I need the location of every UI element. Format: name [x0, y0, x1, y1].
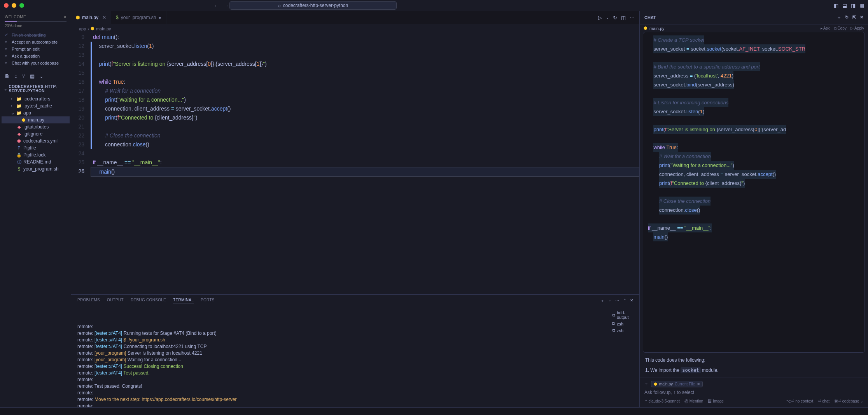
status-icon: ○ [5, 61, 9, 65]
status-icon: ○ [5, 54, 9, 58]
explorer-header[interactable]: ⌄ CODECRAFTERS-HTTP-SERVER-PYTHON [0, 82, 71, 95]
terminal-session[interactable]: ⧉bdd-output [611, 309, 637, 320]
terminal-tab[interactable]: PORTS [201, 298, 215, 304]
terminal-close-icon[interactable]: ✕ [630, 298, 633, 304]
command-center-search[interactable]: ⌕ codecrafters-http-server-python [229, 1, 397, 10]
terminal-tab[interactable]: TERMINAL [173, 298, 194, 304]
chevron-icon: › [11, 103, 15, 109]
nav-forward-button[interactable]: → [224, 3, 229, 9]
welcome-item[interactable]: ○Ask a question [0, 53, 71, 60]
chevron-down-icon[interactable]: ⌄ [39, 73, 44, 79]
tree-item[interactable]: ⌄📁app [2, 109, 70, 116]
welcome-title: WELCOME [5, 15, 26, 19]
terminal-more-icon[interactable]: ⋯ [615, 298, 619, 304]
extensions-icon[interactable]: ▦ [30, 73, 35, 79]
welcome-header: WELCOME ✕ [0, 11, 71, 21]
layout-panel-icon[interactable]: ⬓ [842, 3, 847, 9]
terminal-session[interactable]: ⧉zsh [611, 327, 637, 334]
timeline-icon[interactable]: ↻ [613, 15, 617, 21]
terminal-new-icon[interactable]: ＋ [600, 298, 604, 304]
welcome-close-icon[interactable]: ✕ [63, 15, 67, 19]
tree-item-label: .gitignore [23, 131, 42, 137]
welcome-item[interactable]: ○Prompt an edit [0, 46, 71, 53]
chat-copy-button[interactable]: ⧉ Copy [834, 26, 847, 31]
chat-ask-button[interactable]: ▸ Ask [821, 26, 830, 31]
tree-item[interactable]: ⬢codecrafters.yml [2, 137, 70, 144]
chevron-right-icon: › [88, 26, 89, 31]
chat-send-button[interactable]: ⏎ chat [818, 399, 830, 403]
tree-item[interactable]: PPipfile [2, 144, 70, 151]
welcome-item[interactable]: ○Chat with your codebase [0, 60, 71, 67]
pill-close-icon[interactable]: ✕ [697, 382, 700, 386]
tree-item-label: codecrafters.yml [23, 138, 58, 144]
sidebar-tools: 🗎 ⌕ ⑂ ▦ ⌄ [0, 70, 71, 82]
chat-input[interactable]: Ask followup, ↑ to select [644, 387, 864, 397]
breadcrumb[interactable]: app › ⬢ main.py [71, 25, 639, 33]
chat-pill-scope: Current File [675, 382, 695, 386]
layout-customize-icon[interactable]: ▦ [859, 3, 864, 9]
chat-image-button[interactable]: 🖼 Image [708, 399, 724, 403]
chat-model-selector[interactable]: ⌃ claude-3.5-sonnet [644, 399, 680, 403]
terminal-tab[interactable]: DEBUG CONSOLE [131, 298, 166, 304]
split-editor-icon[interactable]: ◫ [621, 15, 626, 21]
code-editor[interactable]: 9121314151617181920212223242526 def main… [71, 33, 639, 294]
chat-nocontext[interactable]: ⌥⏎ no context [786, 399, 813, 403]
statusbar[interactable] [0, 407, 868, 415]
welcome-item-label: Ask a question [12, 54, 40, 58]
status-icon: ✓ [5, 32, 9, 37]
tree-item-label: Pipfile.lock [23, 152, 46, 158]
more-actions-icon[interactable]: ⋯ [630, 15, 635, 21]
chat-codebase-button[interactable]: ⌘⏎ codebase ⌄ [834, 399, 863, 403]
tree-item[interactable]: ◆.gitattributes [2, 123, 70, 130]
tree-item[interactable]: 🔒Pipfile.lock [2, 151, 70, 158]
layout-secondary-icon[interactable]: ◨ [851, 3, 856, 9]
add-context-button[interactable]: ＋ [644, 380, 649, 387]
tree-item-label: .gitattributes [23, 124, 49, 130]
tree-item-label: Pipfile [23, 145, 36, 151]
tree-item[interactable]: ⓘREADME.md [2, 158, 70, 165]
terminal-maximize-icon[interactable]: ⌃ [623, 298, 626, 304]
layout-primary-icon[interactable]: ◧ [834, 3, 838, 9]
new-chat-icon[interactable]: ＋ [837, 15, 841, 21]
tree-item[interactable]: ⬢main.py [2, 116, 70, 123]
terminal-output[interactable]: remote: remote: [tester::#AT4] Running t… [71, 307, 608, 407]
editor-tab[interactable]: $your_program.sh● [111, 11, 166, 24]
welcome-progress [5, 21, 66, 22]
terminal-session[interactable]: ⧉zsh [611, 320, 637, 327]
minimize-window-button[interactable] [12, 3, 16, 8]
tab-close-icon[interactable]: ✕ [102, 15, 106, 20]
editor-tab[interactable]: ⬢main.py✕ [71, 11, 111, 24]
terminal-tab[interactable]: PROBLEMS [77, 298, 100, 304]
tree-item[interactable]: ◆.gitignore [2, 130, 70, 137]
nav-back-button[interactable]: ← [214, 3, 219, 9]
window-controls [4, 3, 24, 8]
chat-code-block[interactable]: # Create a TCP socket server_socket = so… [643, 32, 865, 353]
yml-icon: ⬢ [16, 138, 22, 144]
chat-mention-button[interactable]: @ Mention [684, 399, 704, 403]
chat-dock-icon[interactable]: ⇱ [852, 15, 856, 21]
search-tool-icon[interactable]: ⌕ [14, 73, 18, 79]
terminal-dropdown-icon[interactable]: ⌄ [608, 298, 611, 304]
new-file-icon[interactable]: 🗎 [5, 73, 10, 79]
terminal-tab[interactable]: OUTPUT [107, 298, 124, 304]
welcome-item[interactable]: ✓Finish onboarding [0, 31, 71, 39]
welcome-item-label: Finish onboarding [12, 33, 46, 37]
chat-history-icon[interactable]: ↻ [845, 15, 849, 21]
tree-item[interactable]: ›📁.pytest_cache [2, 102, 70, 109]
breadcrumb-file: main.py [96, 26, 111, 31]
close-window-button[interactable] [4, 3, 9, 8]
chat-apply-button[interactable]: ▷ Apply [850, 26, 864, 31]
chat-close-icon[interactable]: ✕ [860, 15, 863, 21]
run-button[interactable]: ▷ [598, 15, 602, 21]
welcome-item-label: Prompt an edit [12, 47, 40, 51]
maximize-window-button[interactable] [19, 3, 24, 8]
chat-context-pill[interactable]: ⬢ main.py Current File ✕ [651, 381, 703, 387]
run-dropdown-icon[interactable]: ⌄ [606, 16, 609, 19]
tree-item[interactable]: $your_program.sh [2, 165, 70, 172]
source-control-icon[interactable]: ⑂ [22, 73, 25, 79]
welcome-item[interactable]: ○Accept an autocomplete [0, 39, 71, 46]
tree-item-label: main.py [28, 117, 44, 123]
session-label: zsh [617, 322, 623, 326]
chat-explanation: This code does the following: 1. We impo… [640, 353, 868, 378]
tree-item[interactable]: ›📁.codecrafters [2, 95, 70, 102]
